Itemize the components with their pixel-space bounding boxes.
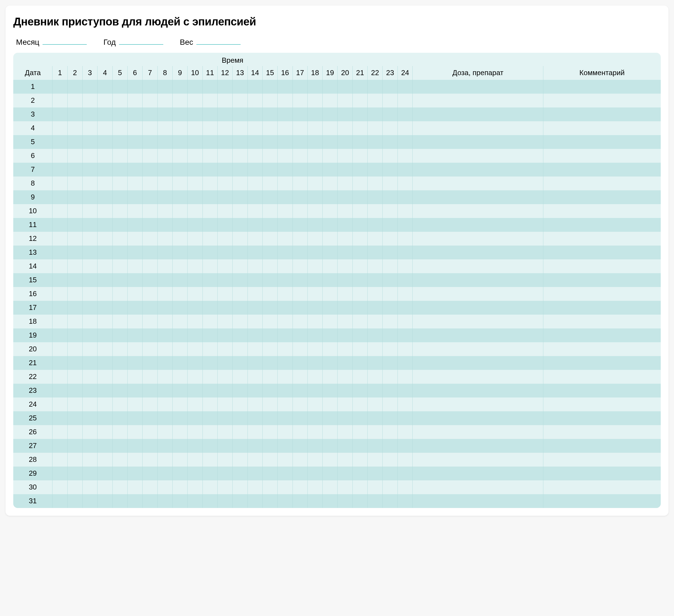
hour-cell[interactable] — [82, 94, 97, 107]
hour-cell[interactable] — [203, 135, 217, 149]
hour-cell[interactable] — [157, 273, 173, 287]
hour-cell[interactable] — [308, 149, 322, 163]
hour-cell[interactable] — [352, 135, 367, 149]
hour-cell[interactable] — [352, 80, 367, 94]
hour-cell[interactable] — [368, 494, 382, 508]
hour-cell[interactable] — [293, 245, 308, 260]
hour-cell[interactable] — [308, 439, 322, 453]
hour-cell[interactable] — [68, 480, 82, 494]
hour-cell[interactable] — [338, 149, 352, 163]
hour-cell[interactable] — [82, 204, 97, 218]
hour-cell[interactable] — [203, 467, 217, 480]
comment-cell[interactable] — [543, 315, 661, 328]
hour-cell[interactable] — [127, 190, 142, 204]
hour-cell[interactable] — [68, 149, 82, 163]
hour-cell[interactable] — [188, 204, 203, 218]
hour-cell[interactable] — [398, 190, 413, 204]
hour-cell[interactable] — [112, 494, 127, 508]
hour-cell[interactable] — [82, 315, 97, 328]
hour-cell[interactable] — [112, 384, 127, 398]
hour-cell[interactable] — [262, 190, 277, 204]
hour-cell[interactable] — [68, 273, 82, 287]
hour-cell[interactable] — [293, 121, 308, 135]
dose-cell[interactable] — [413, 411, 543, 425]
hour-cell[interactable] — [247, 494, 262, 508]
comment-cell[interactable] — [543, 287, 661, 301]
hour-cell[interactable] — [68, 287, 82, 301]
hour-cell[interactable] — [368, 80, 382, 94]
hour-cell[interactable] — [173, 245, 187, 260]
hour-cell[interactable] — [157, 232, 173, 245]
dose-cell[interactable] — [413, 260, 543, 273]
hour-cell[interactable] — [233, 177, 247, 190]
hour-cell[interactable] — [188, 80, 203, 94]
hour-cell[interactable] — [398, 287, 413, 301]
hour-cell[interactable] — [262, 398, 277, 411]
hour-cell[interactable] — [217, 245, 232, 260]
hour-cell[interactable] — [262, 342, 277, 356]
hour-cell[interactable] — [262, 177, 277, 190]
hour-cell[interactable] — [293, 398, 308, 411]
hour-cell[interactable] — [323, 260, 338, 273]
hour-cell[interactable] — [368, 204, 382, 218]
hour-cell[interactable] — [203, 204, 217, 218]
hour-cell[interactable] — [368, 439, 382, 453]
hour-cell[interactable] — [188, 494, 203, 508]
hour-cell[interactable] — [382, 480, 398, 494]
hour-cell[interactable] — [262, 315, 277, 328]
hour-cell[interactable] — [293, 94, 308, 107]
comment-cell[interactable] — [543, 301, 661, 315]
dose-cell[interactable] — [413, 287, 543, 301]
dose-cell[interactable] — [413, 480, 543, 494]
hour-cell[interactable] — [368, 232, 382, 245]
hour-cell[interactable] — [52, 218, 68, 232]
hour-cell[interactable] — [157, 453, 173, 467]
hour-cell[interactable] — [352, 467, 367, 480]
hour-cell[interactable] — [382, 260, 398, 273]
hour-cell[interactable] — [352, 370, 367, 384]
hour-cell[interactable] — [112, 149, 127, 163]
hour-cell[interactable] — [173, 356, 187, 370]
hour-cell[interactable] — [188, 398, 203, 411]
hour-cell[interactable] — [247, 315, 262, 328]
hour-cell[interactable] — [112, 398, 127, 411]
hour-cell[interactable] — [338, 384, 352, 398]
hour-cell[interactable] — [293, 342, 308, 356]
hour-cell[interactable] — [82, 467, 97, 480]
hour-cell[interactable] — [112, 287, 127, 301]
hour-cell[interactable] — [398, 135, 413, 149]
hour-cell[interactable] — [368, 453, 382, 467]
hour-cell[interactable] — [68, 370, 82, 384]
hour-cell[interactable] — [338, 190, 352, 204]
hour-cell[interactable] — [157, 370, 173, 384]
hour-cell[interactable] — [127, 107, 142, 121]
dose-cell[interactable] — [413, 80, 543, 94]
hour-cell[interactable] — [277, 425, 293, 439]
hour-cell[interactable] — [247, 356, 262, 370]
hour-cell[interactable] — [203, 356, 217, 370]
hour-cell[interactable] — [52, 260, 68, 273]
dose-cell[interactable] — [413, 356, 543, 370]
hour-cell[interactable] — [368, 287, 382, 301]
hour-cell[interactable] — [368, 245, 382, 260]
hour-cell[interactable] — [188, 384, 203, 398]
hour-cell[interactable] — [142, 94, 157, 107]
hour-cell[interactable] — [382, 494, 398, 508]
hour-cell[interactable] — [262, 411, 277, 425]
hour-cell[interactable] — [323, 273, 338, 287]
hour-cell[interactable] — [68, 177, 82, 190]
hour-cell[interactable] — [262, 273, 277, 287]
hour-cell[interactable] — [262, 287, 277, 301]
dose-cell[interactable] — [413, 107, 543, 121]
hour-cell[interactable] — [112, 218, 127, 232]
comment-cell[interactable] — [543, 232, 661, 245]
hour-cell[interactable] — [293, 328, 308, 342]
hour-cell[interactable] — [52, 273, 68, 287]
hour-cell[interactable] — [52, 315, 68, 328]
hour-cell[interactable] — [188, 260, 203, 273]
hour-cell[interactable] — [308, 301, 322, 315]
hour-cell[interactable] — [382, 94, 398, 107]
hour-cell[interactable] — [368, 370, 382, 384]
hour-cell[interactable] — [82, 121, 97, 135]
hour-cell[interactable] — [203, 480, 217, 494]
